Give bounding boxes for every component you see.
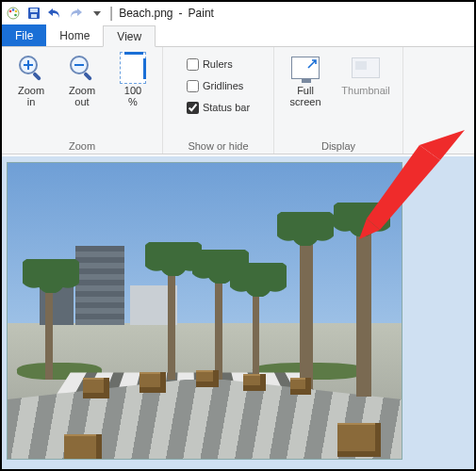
zoom-in-label: Zoom in bbox=[18, 85, 44, 107]
gridlines-checkbox[interactable]: Gridlines bbox=[187, 76, 243, 95]
qat-customize-icon[interactable] bbox=[89, 6, 104, 21]
ribbon: Zoom in Zoom out 100 % Zoom bbox=[2, 47, 474, 154]
svg-point-2 bbox=[12, 8, 15, 11]
zoom-out-icon bbox=[67, 53, 97, 83]
redo-icon[interactable] bbox=[68, 6, 83, 21]
svg-rect-13 bbox=[83, 72, 92, 81]
title-separator: | bbox=[109, 5, 113, 22]
group-show-or-hide: Rulers Gridlines Status bar Show or hide bbox=[163, 47, 274, 154]
full-screen-button[interactable]: Full screen bbox=[282, 49, 329, 107]
file-tab[interactable]: File bbox=[2, 24, 46, 46]
page-100-icon bbox=[118, 53, 148, 83]
canvas-image[interactable] bbox=[7, 162, 402, 460]
group-zoom-label: Zoom bbox=[69, 138, 95, 154]
zoom-in-icon bbox=[16, 53, 46, 83]
zoom-100-label: 100 % bbox=[124, 85, 141, 107]
group-display: Full screen Thumbnail Display bbox=[274, 47, 403, 154]
undo-icon[interactable] bbox=[47, 6, 62, 21]
statusbar-checkbox[interactable]: Status bar bbox=[187, 98, 250, 117]
statusbar-label: Status bar bbox=[203, 102, 250, 113]
canvas-workspace[interactable] bbox=[2, 156, 474, 469]
paint-window: | Beach.png - Paint File Home View Zoom … bbox=[0, 0, 476, 471]
statusbar-checkbox-input[interactable] bbox=[187, 102, 199, 114]
app-icon bbox=[6, 6, 21, 21]
gridlines-checkbox-input[interactable] bbox=[187, 80, 199, 92]
title-appname: Paint bbox=[189, 7, 214, 20]
svg-point-3 bbox=[15, 10, 18, 13]
thumbnail-icon bbox=[351, 53, 381, 83]
quick-access-toolbar bbox=[6, 6, 104, 21]
svg-rect-7 bbox=[31, 14, 37, 18]
thumbnail-label: Thumbnail bbox=[341, 85, 389, 96]
rulers-checkbox-input[interactable] bbox=[187, 58, 199, 71]
title-dash: - bbox=[179, 7, 183, 20]
ribbon-tabs: File Home View bbox=[2, 24, 474, 47]
zoom-out-button[interactable]: Zoom out bbox=[60, 49, 104, 107]
rulers-label: Rulers bbox=[203, 58, 233, 70]
full-screen-label: Full screen bbox=[289, 85, 320, 107]
gridlines-label: Gridlines bbox=[203, 80, 243, 91]
zoom-in-button[interactable]: Zoom in bbox=[9, 49, 53, 107]
home-tab[interactable]: Home bbox=[46, 24, 103, 46]
svg-rect-9 bbox=[32, 72, 41, 81]
group-display-label: Display bbox=[321, 138, 355, 154]
save-icon[interactable] bbox=[26, 6, 41, 21]
group-show-label: Show or hide bbox=[188, 138, 248, 154]
svg-point-4 bbox=[14, 14, 17, 17]
title-filename: Beach.png bbox=[119, 7, 172, 20]
full-screen-icon bbox=[290, 53, 320, 83]
zoom-out-label: Zoom out bbox=[69, 85, 95, 107]
group-zoom: Zoom in Zoom out 100 % Zoom bbox=[2, 47, 163, 154]
svg-point-1 bbox=[9, 10, 12, 13]
thumbnail-button[interactable]: Thumbnail bbox=[336, 49, 395, 96]
view-tab[interactable]: View bbox=[103, 25, 156, 47]
rulers-checkbox[interactable]: Rulers bbox=[187, 55, 233, 73]
title-bar: | Beach.png - Paint bbox=[2, 2, 474, 24]
svg-rect-6 bbox=[30, 8, 38, 12]
zoom-100-button[interactable]: 100 % bbox=[111, 49, 155, 107]
